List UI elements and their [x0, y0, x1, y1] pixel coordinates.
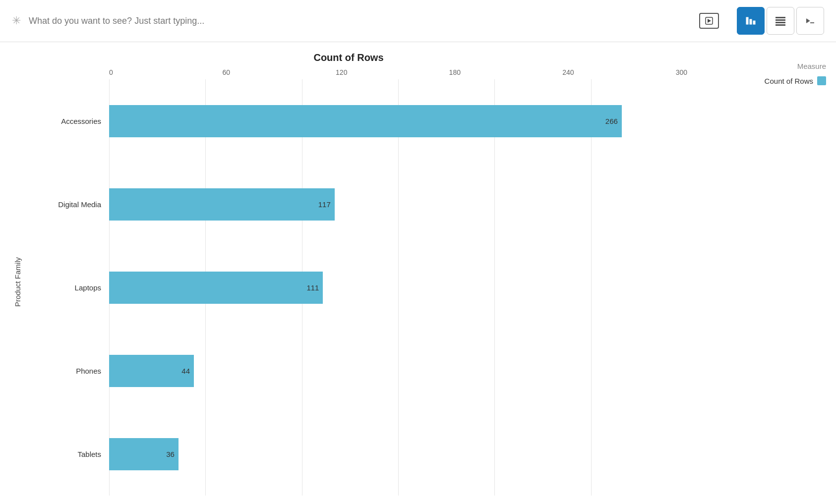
bar-value: 117 [318, 200, 335, 209]
bar-value: 111 [306, 283, 323, 292]
chart-view-button[interactable] [737, 7, 765, 35]
y-axis-label: Product Family [10, 68, 25, 496]
bar-wrapper: 36 [109, 438, 687, 470]
search-input[interactable] [29, 16, 435, 26]
x-tick: 240 [562, 68, 676, 76]
bar: 44 [109, 355, 194, 387]
main-content: Count of Rows Product Family 06012018024… [0, 42, 836, 504]
chart-inner: 060120180240300 Accessories266Digital Me… [25, 68, 687, 496]
svg-rect-3 [750, 19, 752, 24]
top-bar: ✳ [0, 0, 836, 42]
x-tick: 60 [223, 68, 336, 76]
bar: 266 [109, 105, 622, 137]
bar-row: Phones44 [25, 329, 687, 412]
x-tick: 300 [676, 68, 687, 76]
chart-container: Product Family 060120180240300 Accessori… [10, 68, 687, 496]
bar-label: Digital Media [25, 200, 109, 209]
bar-row: Tablets36 [25, 412, 687, 496]
bar: 111 [109, 272, 323, 304]
bar-value: 44 [181, 367, 194, 375]
legend-label: Count of Rows [765, 77, 813, 85]
svg-rect-5 [776, 17, 785, 18]
legend-item: Count of Rows [707, 76, 826, 85]
chart-title: Count of Rows [10, 52, 687, 63]
bar-label: Phones [25, 367, 109, 375]
star-icon: ✳ [12, 14, 21, 27]
bar: 36 [109, 438, 179, 470]
bar-wrapper: 44 [109, 355, 687, 387]
bar-label: Tablets [25, 450, 109, 458]
table-view-button[interactable] [767, 7, 794, 35]
svg-rect-7 [776, 22, 785, 23]
bar-row: Laptops111 [25, 246, 687, 329]
svg-rect-8 [776, 24, 785, 26]
bar-value: 36 [166, 450, 179, 458]
bar-label: Laptops [25, 283, 109, 292]
bar-wrapper: 117 [109, 188, 687, 221]
x-tick: 120 [336, 68, 449, 76]
chart-area: Count of Rows Product Family 06012018024… [0, 52, 697, 496]
legend-color-swatch [817, 76, 826, 85]
bar: 117 [109, 188, 335, 221]
bar-wrapper: 111 [109, 272, 687, 304]
bar-value: 266 [605, 117, 622, 125]
bars-area: Accessories266Digital Media117Laptops111… [25, 79, 687, 496]
svg-rect-6 [776, 19, 785, 21]
run-button[interactable] [699, 13, 719, 29]
bar-row: Digital Media117 [25, 163, 687, 246]
legend-panel: Measure Count of Rows [697, 52, 836, 496]
x-tick: 180 [449, 68, 563, 76]
svg-marker-1 [708, 19, 711, 23]
x-axis-row: 060120180240300 [109, 68, 687, 76]
svg-rect-4 [753, 21, 755, 24]
svg-rect-2 [746, 17, 748, 24]
bar-label: Accessories [25, 117, 109, 125]
legend-title: Measure [707, 62, 826, 70]
bar-wrapper: 266 [109, 105, 687, 137]
terminal-view-button[interactable] [796, 7, 824, 35]
bar-row: Accessories266 [25, 79, 687, 163]
x-tick: 0 [109, 68, 223, 76]
